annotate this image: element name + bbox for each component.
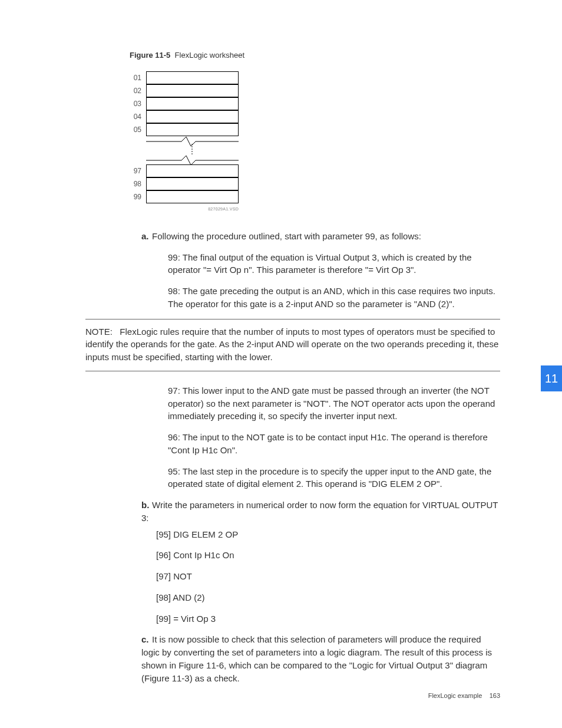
row-cell <box>146 97 239 110</box>
worksheet-row: 99 <box>130 191 239 204</box>
equation-line: [98] AND (2) <box>156 591 500 604</box>
equation-line: [96] Cont Ip H1c On <box>156 549 500 562</box>
row-cell <box>146 84 239 97</box>
footer-page-number: 163 <box>490 692 500 699</box>
chapter-number: 11 <box>545 370 558 387</box>
worksheet-source-label: 827029A1.VSD <box>130 206 239 212</box>
figure-title: FlexLogic worksheet <box>175 51 245 60</box>
row-cell <box>146 164 239 177</box>
step-letter: c. <box>141 633 152 646</box>
equation-line: [99] = Virt Op 3 <box>156 612 500 625</box>
param-98-text: 98: The gate preceding the output is an … <box>168 285 500 311</box>
row-number: 98 <box>130 179 146 189</box>
step-b: b.Write the parameters in numerical orde… <box>141 499 500 525</box>
row-number: 02 <box>130 86 146 96</box>
param-99-text: 99: The final output of the equation is … <box>168 251 500 277</box>
param-97-text: 97: This lower input to the AND gate mus… <box>168 384 500 423</box>
flexlogic-worksheet-figure: 01 02 03 04 05 97 98 99 827029A1.VSD <box>130 72 239 212</box>
param-96-text: 96: The input to the NOT gate is to be c… <box>168 431 500 457</box>
note-text: FlexLogic rules require that the number … <box>85 327 498 363</box>
row-cell <box>146 190 239 203</box>
figure-label: Figure 11-5 <box>130 51 170 60</box>
worksheet-row: 05 <box>130 124 239 137</box>
row-cell <box>146 177 239 190</box>
worksheet-top-section: 01 02 03 04 05 <box>130 72 239 137</box>
row-cell <box>146 110 239 123</box>
note-label: NOTE: <box>85 327 113 337</box>
equation-line: [97] NOT <box>156 570 500 583</box>
worksheet-row: 97 <box>130 165 239 178</box>
step-a: a.Following the procedure outlined, star… <box>141 230 500 243</box>
step-b-intro: Write the parameters in numerical order … <box>141 500 498 523</box>
worksheet-row: 01 <box>130 72 239 85</box>
worksheet-break-icon <box>146 137 239 165</box>
note-divider-top <box>85 319 500 319</box>
row-number: 04 <box>130 112 146 122</box>
row-number: 05 <box>130 125 146 135</box>
row-number: 01 <box>130 73 146 83</box>
row-number: 99 <box>130 192 146 202</box>
page-content: Figure 11-5 FlexLogic worksheet 01 02 03… <box>0 0 562 728</box>
row-number: 97 <box>130 166 146 176</box>
step-letter: b. <box>141 499 152 512</box>
worksheet-bottom-section: 97 98 99 <box>130 165 239 204</box>
footer-section: FlexLogic example <box>428 692 482 699</box>
row-cell <box>146 123 239 136</box>
row-number: 03 <box>130 99 146 109</box>
worksheet-row: 02 <box>130 85 239 98</box>
worksheet-row: 04 <box>130 111 239 124</box>
step-c: c.It is now possible to check that this … <box>141 633 500 684</box>
figure-caption: Figure 11-5 FlexLogic worksheet <box>130 50 500 61</box>
page-footer: FlexLogic example 163 <box>428 691 500 701</box>
step-a-intro: Following the procedure outlined, start … <box>152 231 421 241</box>
worksheet-row: 03 <box>130 98 239 111</box>
step-c-text: It is now possible to check that this se… <box>141 634 492 683</box>
note-divider-bottom <box>85 371 500 371</box>
param-95-text: 95: The last step in the procedure is to… <box>168 465 500 491</box>
step-letter: a. <box>141 230 152 243</box>
row-cell <box>146 71 239 84</box>
chapter-tab: 11 <box>541 365 562 391</box>
equation-line: [95] DIG ELEM 2 OP <box>156 528 500 541</box>
note-block: NOTE: FlexLogic rules require that the n… <box>85 325 500 364</box>
worksheet-row: 98 <box>130 178 239 191</box>
